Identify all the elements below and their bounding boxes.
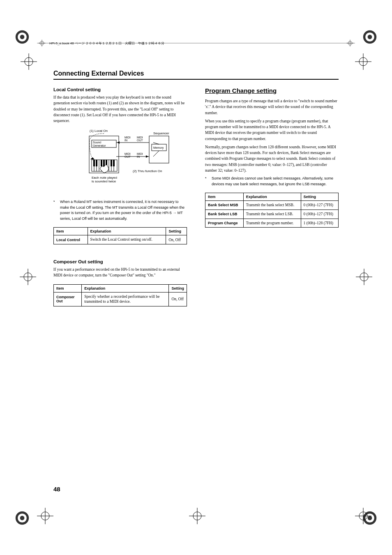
table-header-row: Item Explanation Setting <box>54 284 187 292</box>
svg-point-6 <box>368 35 372 39</box>
th-item: Item <box>205 193 244 201</box>
td-setting: 0 (00h)–127 (7FH) <box>301 201 338 210</box>
two-column-layout: Local Control setting If the data that i… <box>53 87 339 306</box>
svg-rect-66 <box>96 160 97 166</box>
svg-rect-71 <box>113 160 115 166</box>
composer-out-heading: Composer Out setting <box>53 259 187 264</box>
program-change-para1: Program changes are a type of message th… <box>205 98 339 116</box>
local-control-diagram: (1) Local On Sound Generator MIDI IN MID… <box>71 128 170 194</box>
program-change-para2: When you use this setting to specify a p… <box>205 118 339 142</box>
program-change-heading: Program Change setting <box>205 87 339 94</box>
table-header-row: Item Explanation Setting <box>54 228 187 235</box>
svg-rect-70 <box>111 160 112 166</box>
svg-rect-45 <box>149 136 169 163</box>
program-change-footnote-text: Some MIDI devices cannot use bank select… <box>212 176 339 187</box>
composer-out-para: If you want a performance recorded on th… <box>53 267 187 279</box>
th-item: Item <box>54 284 82 292</box>
local-control-heading: Local Control setting <box>53 87 187 92</box>
svg-point-9 <box>20 516 25 520</box>
table-row: Composer Out Specify whether a recorded … <box>54 292 187 306</box>
diag-midi-in-top: MIDI <box>125 136 131 139</box>
left-column: Local Control setting If the data that i… <box>53 87 187 306</box>
diag-thru: (2) Thru function On <box>133 169 162 173</box>
svg-point-3 <box>20 35 25 39</box>
svg-text:OUT: OUT <box>125 155 131 158</box>
page: HPi-5_e.book 48 ページ ２００４年１２月２１日 火曜日 午後１２… <box>0 0 392 555</box>
local-control-table: Item Explanation Setting Local Control S… <box>53 227 187 244</box>
diag-each2: is sounded twice <box>92 180 116 183</box>
td-explanation: Specify whether a recorded performance w… <box>82 292 169 306</box>
th-explanation: Explanation <box>243 193 301 201</box>
program-change-para3: Normally, program changes select from 12… <box>205 144 339 173</box>
td-item: Program Change <box>205 219 244 228</box>
diag-midi-out-top: MIDI <box>137 136 143 139</box>
header-cross-left-icon: HPi-5_e.book 48 ページ ２００４年１２月２１日 火曜日 午後１２… <box>37 38 164 48</box>
asterisk-icon: * <box>205 176 212 187</box>
diag-midi-in-bot: MIDI <box>137 152 143 155</box>
svg-text:OUT: OUT <box>137 139 143 142</box>
local-control-footnote: * When a Roland MT series instrument is … <box>53 199 187 221</box>
diag-seq: Sequencer <box>153 131 169 135</box>
th-setting: Setting <box>169 284 187 292</box>
td-item: Composer Out <box>54 292 82 306</box>
crop-mark-top-left <box>21 53 37 70</box>
table-row: Bank Select MSB Transmit the bank select… <box>205 201 339 210</box>
register-mark-tr <box>362 30 377 44</box>
th-item: Item <box>54 228 88 235</box>
section-title: Connecting External Devices <box>53 70 339 80</box>
diag-label-local-on: (1) Local On <box>90 129 108 133</box>
page-header-rule: HPi-5_e.book 48 ページ ２００４年１２月２１日 火曜日 午後１２… <box>37 38 355 48</box>
crop-mark-bottom-center <box>189 508 205 524</box>
td-setting: 0 (00h)–127 (7FH) <box>301 210 338 219</box>
diag-memory: Memory <box>153 146 164 150</box>
program-change-footnote: * Some MIDI devices cannot use bank sele… <box>205 176 339 187</box>
td-explanation: Transmit the bank select LSB. <box>243 210 301 219</box>
crop-mark-left <box>20 269 36 285</box>
th-setting: Setting <box>301 193 338 201</box>
td-setting: 1 (00h)–128 (7FH) <box>301 219 338 228</box>
crop-mark-right <box>356 269 372 285</box>
diag-each1: Each note played <box>92 176 117 180</box>
td-explanation: Transmit the program number. <box>243 219 301 228</box>
register-mark-tl <box>15 30 30 44</box>
svg-rect-67 <box>101 160 102 166</box>
svg-line-52 <box>153 151 159 157</box>
svg-marker-50 <box>146 155 148 158</box>
td-setting: On, Off <box>169 292 187 306</box>
th-explanation: Explanation <box>88 228 166 235</box>
asterisk-icon: * <box>53 199 60 221</box>
svg-text:IN: IN <box>137 155 140 158</box>
th-setting: Setting <box>166 228 187 235</box>
svg-marker-48 <box>117 141 120 144</box>
svg-marker-42 <box>90 157 95 159</box>
diag-midi-out-bot: MIDI <box>125 152 131 155</box>
crop-mark-bottom-right <box>355 508 371 524</box>
diag-label-sound-gen-1: Sound <box>93 141 101 144</box>
th-explanation: Explanation <box>82 284 169 292</box>
crop-mark-bottom-left <box>37 508 53 524</box>
svg-line-51 <box>153 143 159 144</box>
register-mark-bl <box>15 511 30 525</box>
header-cross-right-icon <box>345 38 355 48</box>
page-number: 48 <box>53 486 60 493</box>
local-control-para: If the data that is produced when you pl… <box>53 94 187 124</box>
td-item: Bank Select LSB <box>205 210 244 219</box>
td-setting: On, Off <box>166 235 187 244</box>
right-column: Program Change setting Program changes a… <box>205 87 339 306</box>
td-explanation: Transmit the bank select MSB. <box>243 201 301 210</box>
composer-out-table: Item Explanation Setting Composer Out Sp… <box>53 284 187 307</box>
td-item: Bank Select MSB <box>205 201 244 210</box>
td-item: Local Control <box>54 235 88 244</box>
svg-text:IN: IN <box>125 139 127 142</box>
table-row: Program Change Transmit the program numb… <box>205 219 339 228</box>
table-row: Local Control Switch the Local Control s… <box>54 235 187 244</box>
table-row: Bank Select LSB Transmit the bank select… <box>205 210 339 219</box>
local-control-footnote-text: When a Roland MT series instrument is co… <box>60 199 187 221</box>
program-change-table: Item Explanation Setting Bank Select MSB… <box>205 193 339 228</box>
crop-mark-top-right <box>355 53 371 70</box>
td-explanation: Switch the Local Control setting on/off. <box>88 235 166 244</box>
header-text: HPi-5_e.book 48 ページ ２００４年１２月２１日 火曜日 午後１２… <box>47 41 164 46</box>
svg-rect-65 <box>93 160 95 166</box>
content-area: Connecting External Devices Local Contro… <box>53 70 339 306</box>
table-header-row: Item Explanation Setting <box>205 193 339 201</box>
